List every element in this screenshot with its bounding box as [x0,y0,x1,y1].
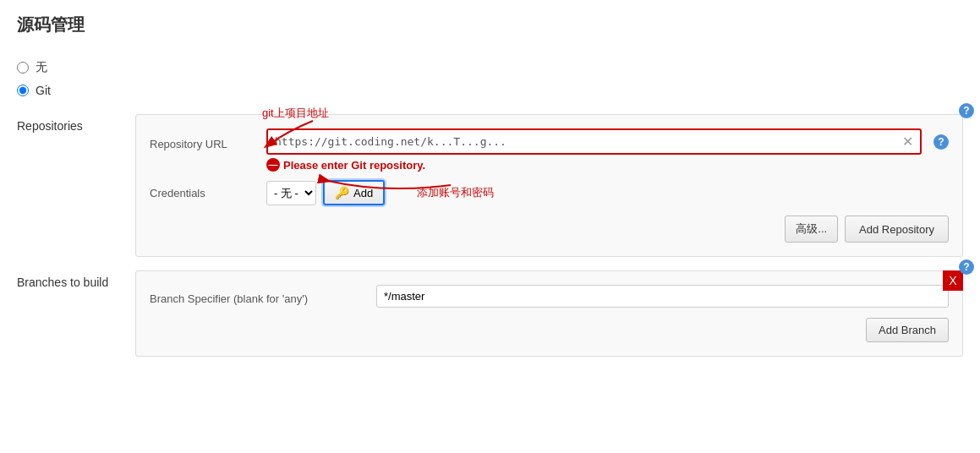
add-repository-button[interactable]: Add Repository [845,216,949,243]
branches-help[interactable]: ? [959,259,974,275]
branch-specifier-field: Branch Specifier (blank for 'any') [150,285,949,308]
radio-none[interactable]: 无 [17,60,963,75]
radio-git[interactable]: Git [17,84,963,97]
credentials-label: Credentials [150,187,260,199]
repositories-action-row: 高级... Add Repository [150,216,949,243]
repository-url-field: Repository URL ✕ ? — Please enter Git re… [150,128,949,172]
radio-none-label: 无 [36,60,47,75]
branches-help-icon[interactable]: ? [959,259,974,275]
key-icon: 🔑 [335,186,349,199]
branch-specifier-input[interactable] [376,285,949,308]
url-clear-button[interactable]: ✕ [895,132,920,152]
annotation-cred-container: 添加账号和密码 [417,185,494,200]
credentials-select-wrapper: - 无 - [266,181,316,205]
radio-none-input[interactable] [17,62,29,74]
credentials-select[interactable]: - 无 - [267,182,315,205]
page-container: 源码管理 无 Git git上项目地址 Repositories [0,0,980,453]
repositories-label: Repositories [17,114,135,133]
url-input-wrapper: ✕ [266,128,922,155]
repositories-content: ? Repository URL ✕ ? — [135,114,963,257]
radio-git-input[interactable] [17,85,29,96]
repository-url-label: Repository URL [150,133,260,150]
repositories-help-icon[interactable]: ? [959,103,974,118]
repository-url-inline: Repository URL ✕ ? [150,128,949,155]
error-icon: — [266,158,280,172]
annotation-cred-label: 添加账号和密码 [417,186,494,199]
advanced-button[interactable]: 高级... [785,216,838,243]
repository-error-message: — Please enter Git repository. [266,158,425,172]
radio-group: 无 Git [17,60,963,97]
repositories-section: git上项目地址 Repositories ? Repository [17,114,963,257]
url-help-icon[interactable]: ? [933,134,949,150]
credentials-add-button[interactable]: 🔑 Add [323,180,385,205]
branches-label: Branches to build [17,270,135,289]
branches-section: Branches to build X ? Branch Specifier (… [17,270,963,357]
page-title: 源码管理 [17,14,963,43]
branch-specifier-label: Branch Specifier (blank for 'any') [150,287,370,305]
add-branch-button[interactable]: Add Branch [866,318,949,342]
repositories-help[interactable]: ? [959,103,974,118]
credentials-field: Credentials - 无 - 🔑 Add [150,180,949,205]
repository-url-input[interactable] [268,130,895,153]
branches-content: X ? Branch Specifier (blank for 'any') A… [135,270,963,357]
branch-specifier-inline: Branch Specifier (blank for 'any') [150,285,949,308]
branches-action-row: Add Branch [150,318,949,342]
radio-git-label: Git [36,84,51,97]
